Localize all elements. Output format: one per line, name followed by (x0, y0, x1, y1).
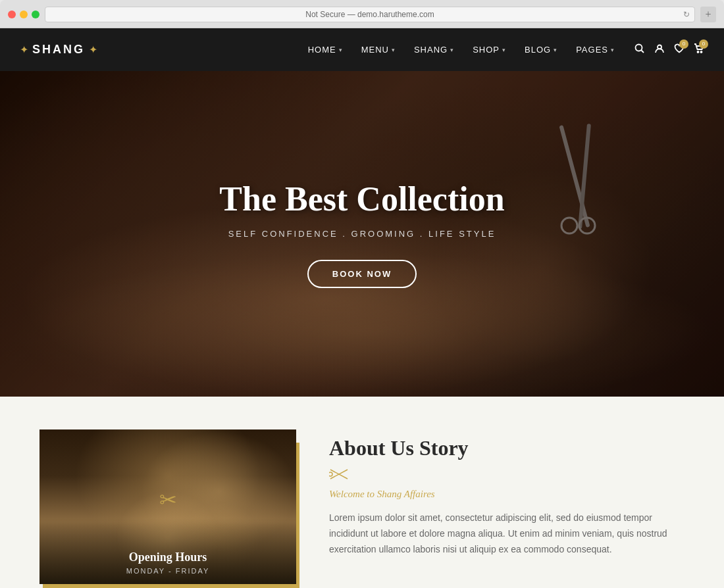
chevron-down-icon: ▾ (392, 47, 396, 53)
nav-item-blog[interactable]: BLOG ▾ (525, 45, 557, 55)
about-scissors-icon (329, 468, 685, 483)
about-welcome-subtitle: Welcome to Shang Affaires (329, 489, 685, 500)
hero-subtitle: SELF CONFIDENCE . GROOMING . LIFE STYLE (219, 229, 504, 239)
nav-link-blog[interactable]: BLOG ▾ (525, 45, 557, 55)
nav-item-home[interactable]: HOME ▾ (308, 45, 343, 55)
user-icon[interactable] (654, 43, 665, 57)
svg-point-4 (701, 51, 702, 53)
nav-logo[interactable]: ✦ SHANG ✦ (20, 43, 97, 57)
about-description: Lorem ipsum dolor sit amet, consectetur … (329, 510, 685, 557)
logo-text: SHANG (32, 43, 85, 57)
cart-badge: 0 (699, 39, 708, 49)
about-section: About Us Story Welcome to Shang Affaires… (329, 429, 685, 557)
card-text-area: Opening Hours MONDAY - FRIDAY (126, 551, 210, 584)
nav-links: HOME ▾ MENU ▾ SHANG ▾ SHOP ▾ (308, 45, 615, 55)
wishlist-badge: 0 (679, 39, 688, 49)
navigation: ✦ SHANG ✦ HOME ▾ MENU ▾ SHANG ▾ (0, 28, 724, 71)
nav-link-home[interactable]: HOME ▾ (308, 45, 343, 55)
chevron-down-icon: ▾ (450, 47, 454, 53)
traffic-lights (8, 11, 39, 18)
svg-point-0 (636, 44, 642, 51)
svg-point-9 (329, 472, 332, 476)
close-button[interactable] (8, 11, 16, 18)
card-main: ✂ Opening Hours MONDAY - FRIDAY (39, 429, 296, 584)
search-icon[interactable] (634, 43, 645, 57)
chevron-down-icon: ▾ (502, 47, 506, 53)
svg-point-3 (698, 51, 699, 53)
book-now-button[interactable]: BOOK NOW (307, 260, 417, 288)
address-bar-wrapper: Not Secure — demo.harutheme.com ↻ (45, 7, 695, 22)
new-tab-button[interactable]: + (700, 7, 716, 22)
nav-item-shang[interactable]: SHANG ▾ (414, 45, 454, 55)
nav-link-pages[interactable]: PAGES ▾ (576, 45, 615, 55)
card-wrapper: ✂ Opening Hours MONDAY - FRIDAY (39, 429, 290, 584)
card-days-subtitle: MONDAY - FRIDAY (126, 567, 210, 575)
chevron-down-icon: ▾ (611, 47, 615, 53)
website-container: ✦ SHANG ✦ HOME ▾ MENU ▾ SHANG ▾ (0, 28, 724, 588)
reload-icon[interactable]: ↻ (683, 10, 690, 20)
logo-icon-right: ✦ (89, 43, 97, 56)
chevron-down-icon: ▾ (554, 47, 557, 53)
nav-item-shop[interactable]: SHOP ▾ (473, 45, 506, 55)
minimize-button[interactable] (20, 11, 28, 18)
below-fold-section: ✂ Opening Hours MONDAY - FRIDAY About Us… (0, 397, 724, 588)
browser-controls: Not Secure — demo.harutheme.com ↻ + (8, 7, 716, 22)
scissors-icon: ✂ (159, 487, 177, 512)
hero-content: The Best Collection SELF CONFIDENCE . GR… (219, 180, 504, 288)
about-title: About Us Story (329, 436, 685, 460)
wishlist-icon[interactable]: 0 (674, 43, 685, 57)
svg-line-1 (642, 50, 644, 53)
address-bar[interactable]: Not Secure — demo.harutheme.com (45, 7, 695, 22)
hero-section: The Best Collection SELF CONFIDENCE . GR… (0, 71, 724, 397)
logo-icon-left: ✦ (20, 43, 28, 56)
chevron-down-icon: ▾ (339, 47, 343, 53)
nav-link-shop[interactable]: SHOP ▾ (473, 45, 506, 55)
maximize-button[interactable] (32, 11, 39, 18)
cart-icon[interactable]: 0 (694, 43, 704, 57)
nav-link-menu[interactable]: MENU ▾ (361, 45, 396, 55)
browser-chrome: Not Secure — demo.harutheme.com ↻ + (0, 0, 724, 28)
nav-item-pages[interactable]: PAGES ▾ (576, 45, 615, 55)
nav-item-menu[interactable]: MENU ▾ (361, 45, 396, 55)
hero-title: The Best Collection (219, 180, 504, 218)
card-opening-hours-title: Opening Hours (126, 551, 210, 564)
nav-icons: 0 0 (634, 43, 704, 57)
nav-link-shang[interactable]: SHANG ▾ (414, 45, 454, 55)
